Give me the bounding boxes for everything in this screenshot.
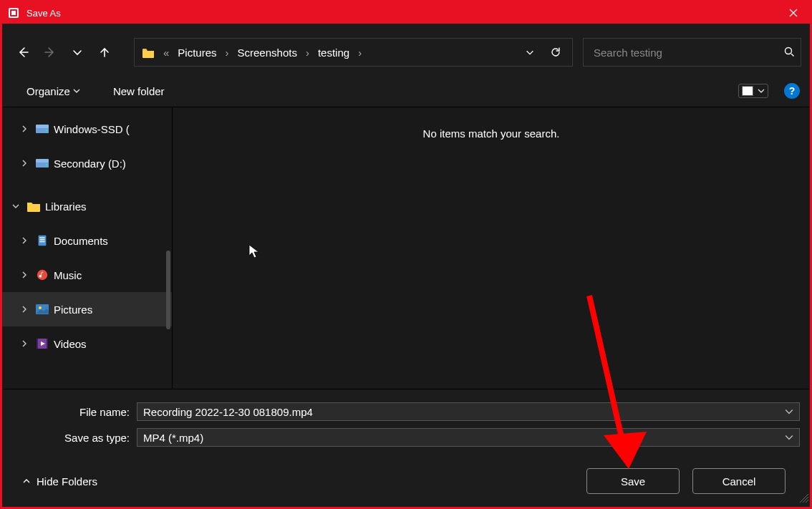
chevron-right-icon: › [224, 47, 231, 59]
search-icon[interactable] [783, 46, 795, 59]
sidebar-item-music[interactable]: Music [2, 258, 172, 292]
organize-menu[interactable]: Organize [22, 82, 84, 100]
svg-rect-13 [39, 241, 44, 242]
sidebar-item-windows-ssd[interactable]: Windows-SSD ( [2, 112, 172, 146]
resize-grip-icon[interactable] [800, 493, 808, 505]
chevron-right-icon[interactable] [18, 340, 31, 347]
sidebar-item-label: Documents [54, 235, 108, 247]
file-pane[interactable]: No items match your search. [173, 107, 810, 389]
chevron-right-icon: › [357, 47, 363, 59]
type-value: MP4 (*.mp4) [143, 432, 785, 444]
window-title: Save As [26, 8, 777, 19]
drive-icon [35, 157, 49, 170]
chevron-down-icon[interactable] [785, 432, 793, 444]
chevron-right-icon: › [304, 47, 311, 59]
sidebar-item-label: Secondary (D:) [54, 157, 126, 170]
body-area: Windows-SSD (Secondary (D:)LibrariesDocu… [2, 107, 810, 389]
empty-message: No items match your search. [423, 127, 560, 389]
search-input[interactable] [594, 47, 783, 59]
folder-icon [26, 200, 41, 213]
breadcrumb-pictures[interactable]: Pictures [173, 47, 221, 59]
svg-rect-5 [36, 125, 49, 128]
hide-folders-label: Hide Folders [37, 475, 97, 488]
cursor-icon [248, 243, 261, 261]
sidebar-item-videos[interactable]: Videos [2, 326, 172, 361]
chevron-down-icon[interactable] [785, 406, 793, 418]
svg-point-6 [46, 130, 47, 131]
titlebar: Save As [2, 2, 810, 24]
footer: Hide Folders Save Cancel [12, 454, 800, 503]
drive-icon [35, 122, 49, 135]
svg-rect-19 [47, 339, 48, 349]
sidebar: Windows-SSD (Secondary (D:)LibrariesDocu… [2, 107, 173, 389]
svg-rect-8 [36, 159, 49, 163]
breadcrumb-testing[interactable]: testing [314, 47, 354, 59]
svg-point-16 [39, 306, 42, 309]
svg-point-14 [37, 270, 47, 280]
pictures-icon [35, 303, 49, 316]
save-as-dialog: Save As « Pictures › Screenshots › testi [0, 0, 812, 509]
toolbar: Organize New folder ? [2, 75, 810, 107]
chevron-right-icon[interactable] [18, 237, 31, 244]
close-button[interactable] [777, 2, 810, 24]
address-bar[interactable]: « Pictures › Screenshots › testing › [134, 38, 573, 67]
documents-icon [35, 234, 49, 247]
music-icon [35, 268, 49, 281]
sidebar-item-secondary-d[interactable]: Secondary (D:) [2, 146, 172, 180]
view-icon [742, 86, 753, 96]
svg-point-9 [46, 164, 47, 165]
folder-icon [142, 47, 155, 58]
chevron-down-icon[interactable] [9, 203, 22, 210]
cancel-button[interactable]: Cancel [692, 468, 786, 494]
sidebar-item-label: Windows-SSD ( [54, 123, 130, 135]
up-button[interactable] [92, 40, 117, 64]
sidebar-scrollbar[interactable] [166, 251, 170, 329]
type-label: Save as type: [12, 432, 137, 444]
forward-button[interactable] [38, 40, 62, 64]
refresh-button[interactable] [543, 40, 568, 64]
save-button[interactable]: Save [586, 468, 680, 494]
new-folder-button[interactable]: New folder [109, 82, 169, 100]
sidebar-item-label: Pictures [54, 304, 92, 316]
form-area: File name: Save as type: MP4 (*.mp4) Hid… [2, 389, 810, 507]
chevron-right-icon[interactable] [18, 271, 31, 278]
app-icon [8, 7, 19, 19]
filename-field[interactable] [137, 402, 800, 421]
svg-rect-18 [37, 339, 38, 349]
chevron-right-icon[interactable] [18, 125, 31, 132]
chevron-right-icon[interactable] [18, 306, 31, 313]
nav-row: « Pictures › Screenshots › testing › [2, 32, 810, 72]
filename-label: File name: [12, 406, 137, 418]
svg-rect-11 [39, 238, 44, 238]
svg-point-3 [786, 47, 792, 54]
sidebar-item-pictures[interactable]: Pictures [2, 292, 172, 326]
view-options-button[interactable] [738, 84, 768, 98]
filename-input[interactable] [143, 406, 785, 418]
videos-icon [35, 337, 49, 350]
sidebar-item-documents[interactable]: Documents [2, 223, 172, 258]
search-box[interactable] [583, 38, 801, 67]
address-dropdown-button[interactable] [518, 40, 542, 64]
recent-locations-button[interactable] [65, 40, 90, 64]
sidebar-item-label: Videos [54, 338, 87, 350]
hide-folders-button[interactable]: Hide Folders [22, 475, 97, 488]
help-button[interactable]: ? [784, 83, 800, 99]
svg-rect-10 [39, 236, 47, 246]
sidebar-item-libraries[interactable]: Libraries [2, 189, 172, 223]
svg-rect-12 [39, 239, 44, 240]
new-folder-label: New folder [113, 85, 165, 97]
sidebar-item-label: Libraries [45, 200, 87, 213]
back-button[interactable] [11, 40, 35, 64]
svg-rect-2 [11, 11, 16, 15]
organize-label: Organize [26, 85, 70, 97]
chevron-right-icon[interactable] [18, 160, 31, 167]
type-field[interactable]: MP4 (*.mp4) [137, 428, 800, 447]
sidebar-item-label: Music [54, 269, 82, 281]
breadcrumb-overflow-icon[interactable]: « [162, 47, 170, 59]
breadcrumb-screenshots[interactable]: Screenshots [233, 47, 301, 59]
